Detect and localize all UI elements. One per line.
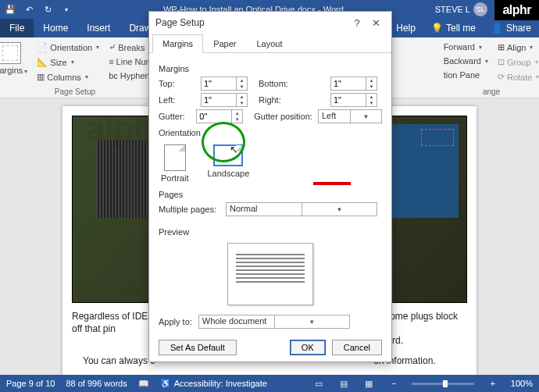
dialog-close-button[interactable]: ✕	[366, 17, 385, 29]
label-apply-to: Apply to:	[159, 317, 192, 326]
lightbulb-icon: 💡	[431, 23, 443, 34]
align-icon: ⊞	[498, 42, 505, 52]
save-icon[interactable]: 💾	[5, 4, 16, 15]
section-orientation: Orientation	[159, 128, 382, 137]
bottom-input[interactable]: ▲▼	[330, 77, 377, 91]
view-print-layout[interactable]: ▤	[337, 378, 351, 389]
label-multiple-pages: Multiple pages:	[159, 205, 221, 214]
tab-home[interactable]: Home	[34, 19, 77, 37]
status-words[interactable]: 88 of 996 words	[66, 379, 127, 388]
apply-to-select[interactable]: Whole document▼	[198, 315, 350, 329]
size-icon: 📐	[37, 57, 48, 67]
zoom-slider[interactable]	[412, 383, 474, 385]
label-right: Right:	[259, 95, 326, 105]
share-icon: 👤	[491, 23, 503, 34]
dialog-tabs: Margins Paper Layout	[149, 34, 391, 53]
label-bottom: Bottom:	[259, 79, 326, 88]
tab-help[interactable]: Help	[388, 19, 423, 37]
group-label-page-setup: Page Setup	[55, 87, 95, 96]
columns-button[interactable]: ▥Columns	[34, 70, 102, 84]
selection-pane-button[interactable]: tion Pane	[441, 69, 491, 81]
set-as-default-button[interactable]: Set As Default	[159, 340, 237, 355]
right-input[interactable]: ▲▼	[330, 93, 377, 107]
ok-button[interactable]: OK	[290, 340, 326, 355]
gutter-input[interactable]: ▲▼	[196, 109, 243, 123]
tab-margins[interactable]: Margins	[152, 34, 203, 53]
top-input[interactable]: ▲▼	[201, 77, 248, 91]
group-button[interactable]: ⊡Group	[494, 55, 539, 69]
bring-forward-button[interactable]: Forward	[441, 41, 491, 53]
columns-icon: ▥	[37, 72, 45, 82]
page-setup-dialog: Page Setup ? ✕ Margins Paper Layout Marg…	[148, 11, 392, 362]
label-left: Left:	[159, 95, 196, 105]
section-pages: Pages	[159, 190, 382, 199]
landscape-icon	[213, 144, 243, 166]
margins-icon	[0, 42, 21, 64]
multiple-pages-select[interactable]: Normal▼	[226, 202, 377, 216]
view-web-layout[interactable]: ▦	[362, 378, 376, 389]
undo-icon[interactable]: ↶	[23, 4, 34, 15]
preview-box	[227, 243, 313, 305]
portrait-button[interactable]: Portrait	[159, 142, 191, 185]
portrait-icon	[164, 144, 186, 171]
size-button[interactable]: 📐Size	[34, 55, 102, 69]
tab-insert[interactable]: Insert	[77, 19, 120, 37]
view-read-mode[interactable]: ▭	[312, 378, 326, 389]
breaks-icon: ⤶	[109, 42, 116, 52]
status-proofing-icon[interactable]: 📖	[138, 379, 149, 389]
rotate-button[interactable]: ⟳Rotate	[494, 70, 539, 84]
margins-button[interactable]: Margins	[0, 41, 30, 84]
orientation-icon: 📄	[37, 42, 48, 52]
status-page[interactable]: Page 9 of 10	[6, 379, 55, 388]
share-button[interactable]: 👤Share	[484, 19, 539, 37]
group-label-arrange: ange	[483, 87, 500, 96]
label-gutter-pos: Gutter position:	[254, 112, 313, 121]
dialog-title: Page Setup	[155, 17, 205, 28]
dialog-help-button[interactable]: ?	[348, 17, 366, 29]
align-button[interactable]: ⊞Align	[494, 41, 539, 54]
tab-layout[interactable]: Layout	[246, 34, 292, 53]
qat-more-icon[interactable]: ▾	[61, 4, 72, 15]
label-gutter: Gutter:	[159, 112, 191, 121]
site-logo: alphr	[494, 0, 539, 20]
redo-icon[interactable]: ↻	[42, 4, 53, 15]
section-margins: Margins	[159, 64, 382, 73]
user-name: STEVE L	[435, 5, 470, 14]
hyphenation-icon: bc	[109, 71, 118, 80]
tab-file[interactable]: File	[0, 19, 34, 37]
cancel-button[interactable]: Cancel	[332, 340, 382, 355]
status-bar: Page 9 of 10 88 of 996 words 📖 ♿Accessib…	[0, 375, 539, 392]
line-numbers-icon: ≡	[109, 57, 113, 66]
tab-paper[interactable]: Paper	[203, 34, 246, 53]
label-top: Top:	[159, 79, 196, 88]
orientation-button[interactable]: 📄Orientation	[34, 41, 102, 54]
zoom-in-button[interactable]: +	[490, 379, 494, 388]
group-icon: ⊡	[498, 57, 505, 67]
tell-me[interactable]: 💡Tell me	[423, 19, 484, 37]
annotation-red-underline	[313, 182, 351, 185]
zoom-level[interactable]: 100%	[511, 379, 533, 388]
send-backward-button[interactable]: Backward	[441, 55, 491, 67]
user-avatar[interactable]: SL	[473, 2, 487, 16]
landscape-button[interactable]: Landscape	[205, 142, 252, 185]
left-input[interactable]: ▲▼	[201, 93, 248, 107]
rotate-icon: ⟳	[498, 72, 505, 82]
status-accessibility[interactable]: ♿Accessibility: Investigate	[160, 379, 267, 389]
zoom-out-button[interactable]: −	[391, 379, 396, 388]
gutter-position-select[interactable]: Left▼	[318, 109, 382, 123]
section-preview: Preview	[159, 227, 382, 237]
